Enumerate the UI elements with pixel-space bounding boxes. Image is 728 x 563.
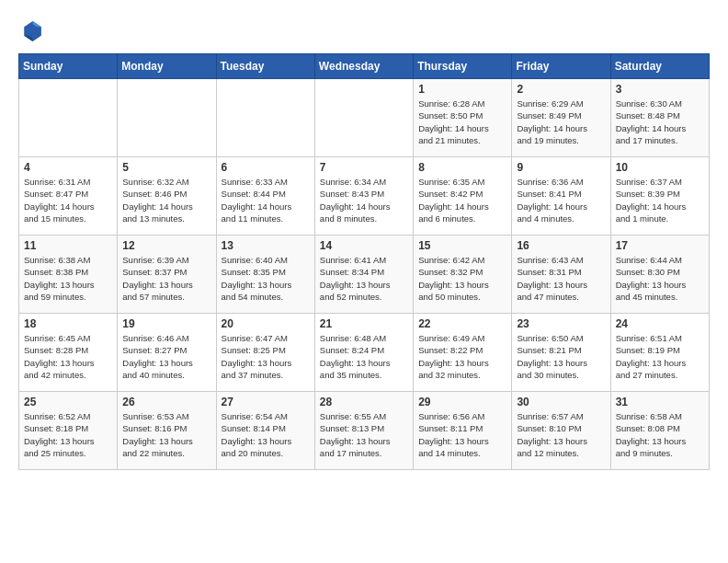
day-info: Sunrise: 6:55 AM Sunset: 8:13 PM Dayligh… — [320, 410, 408, 459]
week-row-1: 1Sunrise: 6:28 AM Sunset: 8:50 PM Daylig… — [19, 79, 710, 157]
col-header-monday: Monday — [118, 54, 216, 79]
day-cell: 17Sunrise: 6:44 AM Sunset: 8:30 PM Dayli… — [610, 236, 709, 314]
day-cell: 16Sunrise: 6:43 AM Sunset: 8:31 PM Dayli… — [512, 236, 610, 314]
day-cell: 11Sunrise: 6:38 AM Sunset: 8:38 PM Dayli… — [19, 236, 118, 314]
day-number: 8 — [418, 161, 506, 174]
day-number: 11 — [24, 239, 112, 252]
day-number: 12 — [122, 239, 210, 252]
day-cell: 29Sunrise: 6:56 AM Sunset: 8:11 PM Dayli… — [414, 392, 512, 470]
day-number: 13 — [222, 239, 310, 252]
day-cell: 26Sunrise: 6:53 AM Sunset: 8:16 PM Dayli… — [118, 392, 216, 470]
day-cell: 15Sunrise: 6:42 AM Sunset: 8:32 PM Dayli… — [414, 236, 512, 314]
day-cell: 28Sunrise: 6:55 AM Sunset: 8:13 PM Dayli… — [314, 392, 413, 470]
day-info: Sunrise: 6:29 AM Sunset: 8:49 PM Dayligh… — [517, 98, 605, 146]
day-info: Sunrise: 6:42 AM Sunset: 8:32 PM Dayligh… — [418, 254, 506, 303]
day-number: 15 — [418, 239, 506, 252]
day-info: Sunrise: 6:35 AM Sunset: 8:42 PM Dayligh… — [418, 176, 506, 224]
day-cell: 10Sunrise: 6:37 AM Sunset: 8:39 PM Dayli… — [610, 157, 709, 236]
day-number: 25 — [24, 396, 112, 408]
day-number: 19 — [122, 317, 210, 330]
day-number: 17 — [616, 239, 704, 252]
day-info: Sunrise: 6:33 AM Sunset: 8:44 PM Dayligh… — [222, 176, 310, 224]
day-cell — [216, 79, 314, 157]
day-cell: 14Sunrise: 6:41 AM Sunset: 8:34 PM Dayli… — [314, 236, 413, 314]
col-header-tuesday: Tuesday — [216, 54, 314, 79]
day-cell: 4Sunrise: 6:31 AM Sunset: 8:47 PM Daylig… — [19, 157, 118, 236]
week-row-5: 25Sunrise: 6:52 AM Sunset: 8:18 PM Dayli… — [19, 392, 710, 470]
day-number: 20 — [222, 317, 310, 330]
day-info: Sunrise: 6:53 AM Sunset: 8:16 PM Dayligh… — [122, 410, 210, 459]
day-info: Sunrise: 6:39 AM Sunset: 8:37 PM Dayligh… — [122, 254, 210, 303]
day-info: Sunrise: 6:54 AM Sunset: 8:14 PM Dayligh… — [222, 410, 310, 459]
day-info: Sunrise: 6:28 AM Sunset: 8:50 PM Dayligh… — [418, 98, 506, 146]
day-info: Sunrise: 6:52 AM Sunset: 8:18 PM Dayligh… — [24, 410, 112, 459]
day-cell: 19Sunrise: 6:46 AM Sunset: 8:27 PM Dayli… — [118, 314, 216, 392]
day-cell: 27Sunrise: 6:54 AM Sunset: 8:14 PM Dayli… — [216, 392, 314, 470]
day-cell: 12Sunrise: 6:39 AM Sunset: 8:37 PM Dayli… — [118, 236, 216, 314]
day-info: Sunrise: 6:50 AM Sunset: 8:21 PM Dayligh… — [517, 332, 605, 381]
day-number: 18 — [24, 317, 112, 330]
day-cell: 9Sunrise: 6:36 AM Sunset: 8:41 PM Daylig… — [512, 157, 610, 236]
day-cell — [118, 79, 216, 157]
day-info: Sunrise: 6:40 AM Sunset: 8:35 PM Dayligh… — [222, 254, 310, 303]
day-info: Sunrise: 6:58 AM Sunset: 8:08 PM Dayligh… — [616, 410, 704, 459]
day-cell: 20Sunrise: 6:47 AM Sunset: 8:25 PM Dayli… — [216, 314, 314, 392]
day-number: 26 — [122, 396, 210, 408]
day-cell: 31Sunrise: 6:58 AM Sunset: 8:08 PM Dayli… — [610, 392, 709, 470]
day-info: Sunrise: 6:41 AM Sunset: 8:34 PM Dayligh… — [320, 254, 408, 303]
day-number: 3 — [616, 83, 704, 96]
day-number: 6 — [222, 161, 310, 174]
calendar-header-row: SundayMondayTuesdayWednesdayThursdayFrid… — [19, 54, 710, 79]
logo-icon — [18, 18, 44, 44]
day-info: Sunrise: 6:48 AM Sunset: 8:24 PM Dayligh… — [320, 332, 408, 381]
day-info: Sunrise: 6:49 AM Sunset: 8:22 PM Dayligh… — [418, 332, 506, 381]
day-info: Sunrise: 6:38 AM Sunset: 8:38 PM Dayligh… — [24, 254, 112, 303]
day-number: 5 — [122, 161, 210, 174]
day-cell: 3Sunrise: 6:30 AM Sunset: 8:48 PM Daylig… — [610, 79, 709, 157]
calendar-table: SundayMondayTuesdayWednesdayThursdayFrid… — [18, 53, 710, 470]
day-info: Sunrise: 6:46 AM Sunset: 8:27 PM Dayligh… — [122, 332, 210, 381]
day-info: Sunrise: 6:57 AM Sunset: 8:10 PM Dayligh… — [517, 410, 605, 459]
day-cell: 18Sunrise: 6:45 AM Sunset: 8:28 PM Dayli… — [19, 314, 118, 392]
day-cell: 21Sunrise: 6:48 AM Sunset: 8:24 PM Dayli… — [314, 314, 413, 392]
day-number: 22 — [418, 317, 506, 330]
day-number: 2 — [517, 83, 605, 96]
day-cell: 22Sunrise: 6:49 AM Sunset: 8:22 PM Dayli… — [414, 314, 512, 392]
day-number: 4 — [24, 161, 112, 174]
day-cell: 25Sunrise: 6:52 AM Sunset: 8:18 PM Dayli… — [19, 392, 118, 470]
day-cell: 30Sunrise: 6:57 AM Sunset: 8:10 PM Dayli… — [512, 392, 610, 470]
logo — [18, 18, 48, 44]
day-info: Sunrise: 6:36 AM Sunset: 8:41 PM Dayligh… — [517, 176, 605, 224]
day-cell: 13Sunrise: 6:40 AM Sunset: 8:35 PM Dayli… — [216, 236, 314, 314]
day-cell: 5Sunrise: 6:32 AM Sunset: 8:46 PM Daylig… — [118, 157, 216, 236]
day-number: 7 — [320, 161, 408, 174]
day-number: 24 — [616, 317, 704, 330]
col-header-sunday: Sunday — [19, 54, 118, 79]
day-info: Sunrise: 6:45 AM Sunset: 8:28 PM Dayligh… — [24, 332, 112, 381]
day-cell: 23Sunrise: 6:50 AM Sunset: 8:21 PM Dayli… — [512, 314, 610, 392]
day-info: Sunrise: 6:44 AM Sunset: 8:30 PM Dayligh… — [616, 254, 704, 303]
day-number: 31 — [616, 396, 704, 408]
day-info: Sunrise: 6:34 AM Sunset: 8:43 PM Dayligh… — [320, 176, 408, 224]
day-info: Sunrise: 6:43 AM Sunset: 8:31 PM Dayligh… — [517, 254, 605, 303]
day-cell: 8Sunrise: 6:35 AM Sunset: 8:42 PM Daylig… — [414, 157, 512, 236]
week-row-2: 4Sunrise: 6:31 AM Sunset: 8:47 PM Daylig… — [19, 157, 710, 236]
day-info: Sunrise: 6:30 AM Sunset: 8:48 PM Dayligh… — [616, 98, 704, 146]
day-info: Sunrise: 6:51 AM Sunset: 8:19 PM Dayligh… — [616, 332, 704, 381]
day-number: 1 — [418, 83, 506, 96]
day-number: 29 — [418, 396, 506, 408]
col-header-thursday: Thursday — [414, 54, 512, 79]
day-cell — [314, 79, 413, 157]
day-cell: 1Sunrise: 6:28 AM Sunset: 8:50 PM Daylig… — [414, 79, 512, 157]
day-info: Sunrise: 6:32 AM Sunset: 8:46 PM Dayligh… — [122, 176, 210, 224]
day-number: 10 — [616, 161, 704, 174]
day-cell: 2Sunrise: 6:29 AM Sunset: 8:49 PM Daylig… — [512, 79, 610, 157]
day-number: 30 — [517, 396, 605, 408]
day-cell: 24Sunrise: 6:51 AM Sunset: 8:19 PM Dayli… — [610, 314, 709, 392]
day-number: 16 — [517, 239, 605, 252]
day-number: 28 — [320, 396, 408, 408]
day-info: Sunrise: 6:56 AM Sunset: 8:11 PM Dayligh… — [418, 410, 506, 459]
col-header-wednesday: Wednesday — [314, 54, 413, 79]
calendar-header — [18, 18, 710, 44]
day-info: Sunrise: 6:37 AM Sunset: 8:39 PM Dayligh… — [616, 176, 704, 224]
